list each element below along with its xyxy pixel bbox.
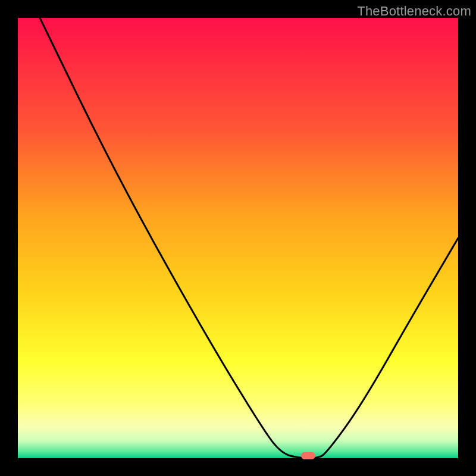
watermark-text: TheBottleneck.com <box>357 4 471 19</box>
plot-area <box>18 18 458 458</box>
chart-container: TheBottleneck.com <box>0 0 476 476</box>
optimal-point-marker <box>301 452 315 459</box>
bottleneck-curve <box>18 18 458 458</box>
